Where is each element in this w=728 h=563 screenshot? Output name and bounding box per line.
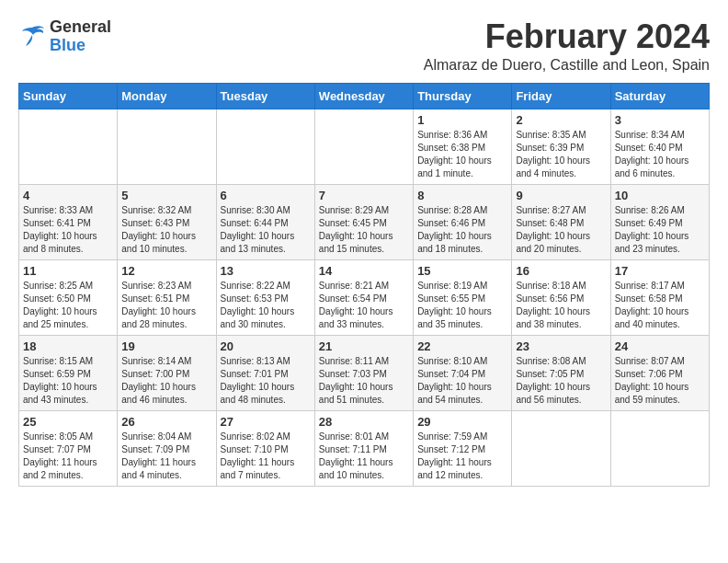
day-info: Sunrise: 8:22 AM Sunset: 6:53 PM Dayligh… [221, 280, 311, 331]
day-number: 20 [221, 339, 311, 353]
calendar-cell: 11Sunrise: 8:25 AM Sunset: 6:50 PM Dayli… [19, 259, 118, 335]
title-section: February 2024 Almaraz de Duero, Castille… [424, 18, 710, 74]
calendar-cell: 5Sunrise: 8:32 AM Sunset: 6:43 PM Daylig… [118, 184, 216, 259]
day-info: Sunrise: 8:19 AM Sunset: 6:55 PM Dayligh… [417, 280, 507, 331]
day-number: 15 [417, 264, 507, 278]
calendar-week-row: 11Sunrise: 8:25 AM Sunset: 6:50 PM Dayli… [19, 259, 710, 335]
day-number: 7 [319, 189, 409, 202]
day-info: Sunrise: 8:18 AM Sunset: 6:56 PM Dayligh… [516, 280, 606, 331]
day-info: Sunrise: 8:11 AM Sunset: 7:03 PM Dayligh… [319, 355, 409, 407]
day-number: 10 [615, 189, 705, 202]
day-number: 29 [417, 415, 507, 429]
calendar-cell: 23Sunrise: 8:08 AM Sunset: 7:05 PM Dayli… [512, 335, 610, 410]
calendar-day-header: Friday [512, 83, 610, 109]
day-number: 17 [615, 264, 705, 278]
calendar-cell: 10Sunrise: 8:26 AM Sunset: 6:49 PM Dayli… [610, 184, 709, 259]
calendar-cell: 27Sunrise: 8:02 AM Sunset: 7:10 PM Dayli… [216, 410, 314, 486]
calendar-cell: 2Sunrise: 8:35 AM Sunset: 6:39 PM Daylig… [512, 109, 610, 184]
day-number: 25 [23, 415, 113, 429]
day-info: Sunrise: 8:33 AM Sunset: 6:41 PM Dayligh… [23, 204, 113, 256]
calendar-week-row: 25Sunrise: 8:05 AM Sunset: 7:07 PM Dayli… [19, 410, 710, 486]
day-info: Sunrise: 8:28 AM Sunset: 6:46 PM Dayligh… [417, 204, 507, 256]
calendar-cell [512, 410, 610, 486]
calendar-cell [118, 109, 216, 184]
day-number: 26 [121, 415, 211, 429]
day-info: Sunrise: 8:04 AM Sunset: 7:09 PM Dayligh… [121, 431, 211, 482]
day-number: 27 [221, 415, 311, 429]
day-info: Sunrise: 8:35 AM Sunset: 6:39 PM Dayligh… [516, 129, 606, 180]
calendar-cell: 7Sunrise: 8:29 AM Sunset: 6:45 PM Daylig… [314, 184, 413, 259]
day-number: 2 [516, 113, 606, 127]
calendar-cell: 24Sunrise: 8:07 AM Sunset: 7:06 PM Dayli… [610, 335, 709, 410]
day-number: 22 [417, 339, 507, 353]
calendar-day-header: Saturday [610, 83, 709, 109]
calendar-cell: 22Sunrise: 8:10 AM Sunset: 7:04 PM Dayli… [414, 335, 512, 410]
day-info: Sunrise: 8:23 AM Sunset: 6:51 PM Dayligh… [121, 280, 211, 331]
day-number: 16 [516, 264, 606, 278]
calendar-cell: 12Sunrise: 8:23 AM Sunset: 6:51 PM Dayli… [118, 259, 216, 335]
calendar-cell: 29Sunrise: 7:59 AM Sunset: 7:12 PM Dayli… [414, 410, 512, 486]
day-number: 11 [23, 264, 113, 278]
day-number: 18 [23, 339, 113, 353]
calendar-cell: 17Sunrise: 8:17 AM Sunset: 6:58 PM Dayli… [610, 259, 709, 335]
day-info: Sunrise: 8:08 AM Sunset: 7:05 PM Dayligh… [516, 355, 606, 407]
day-number: 5 [121, 189, 211, 202]
day-number: 3 [615, 113, 705, 127]
calendar-cell: 20Sunrise: 8:13 AM Sunset: 7:01 PM Dayli… [216, 335, 314, 410]
calendar-week-row: 1Sunrise: 8:36 AM Sunset: 6:38 PM Daylig… [19, 109, 710, 184]
day-info: Sunrise: 8:01 AM Sunset: 7:11 PM Dayligh… [319, 431, 409, 482]
calendar-cell: 6Sunrise: 8:30 AM Sunset: 6:44 PM Daylig… [216, 184, 314, 259]
calendar-cell: 25Sunrise: 8:05 AM Sunset: 7:07 PM Dayli… [19, 410, 118, 486]
day-number: 19 [121, 339, 211, 353]
logo-bird-icon [18, 24, 46, 50]
calendar-cell: 26Sunrise: 8:04 AM Sunset: 7:09 PM Dayli… [118, 410, 216, 486]
calendar-day-header: Monday [118, 83, 216, 109]
day-info: Sunrise: 8:30 AM Sunset: 6:44 PM Dayligh… [221, 204, 311, 256]
logo-general-text: General [50, 17, 111, 36]
day-number: 9 [516, 189, 606, 202]
calendar-week-row: 4Sunrise: 8:33 AM Sunset: 6:41 PM Daylig… [19, 184, 710, 259]
day-info: Sunrise: 8:13 AM Sunset: 7:01 PM Dayligh… [221, 355, 311, 407]
location-subtitle: Almaraz de Duero, Castille and Leon, Spa… [424, 57, 710, 74]
calendar-cell: 15Sunrise: 8:19 AM Sunset: 6:55 PM Dayli… [414, 259, 512, 335]
calendar-cell [19, 109, 118, 184]
logo-blue-text: Blue [50, 36, 85, 54]
day-number: 23 [516, 339, 606, 353]
calendar-day-header: Wednesday [314, 83, 413, 109]
day-info: Sunrise: 8:07 AM Sunset: 7:06 PM Dayligh… [615, 355, 705, 407]
day-number: 13 [221, 264, 311, 278]
calendar-table: SundayMondayTuesdayWednesdayThursdayFrid… [18, 83, 710, 487]
day-info: Sunrise: 8:26 AM Sunset: 6:49 PM Dayligh… [615, 204, 705, 256]
day-info: Sunrise: 7:59 AM Sunset: 7:12 PM Dayligh… [417, 431, 507, 482]
calendar-cell [314, 109, 413, 184]
day-info: Sunrise: 8:15 AM Sunset: 6:59 PM Dayligh… [23, 355, 113, 407]
calendar-cell [216, 109, 314, 184]
calendar-day-header: Sunday [19, 83, 118, 109]
day-info: Sunrise: 8:27 AM Sunset: 6:48 PM Dayligh… [516, 204, 606, 256]
logo: General Blue [18, 18, 111, 55]
calendar-cell [610, 410, 709, 486]
calendar-cell: 13Sunrise: 8:22 AM Sunset: 6:53 PM Dayli… [216, 259, 314, 335]
day-number: 6 [221, 189, 311, 202]
day-info: Sunrise: 8:25 AM Sunset: 6:50 PM Dayligh… [23, 280, 113, 331]
day-info: Sunrise: 8:02 AM Sunset: 7:10 PM Dayligh… [221, 431, 311, 482]
header: General Blue February 2024 Almaraz de Du… [18, 18, 710, 74]
calendar-cell: 4Sunrise: 8:33 AM Sunset: 6:41 PM Daylig… [19, 184, 118, 259]
calendar-header-row: SundayMondayTuesdayWednesdayThursdayFrid… [19, 83, 710, 109]
day-info: Sunrise: 8:32 AM Sunset: 6:43 PM Dayligh… [121, 204, 211, 256]
calendar-cell: 21Sunrise: 8:11 AM Sunset: 7:03 PM Dayli… [314, 335, 413, 410]
month-year-title: February 2024 [424, 18, 710, 55]
calendar-cell: 8Sunrise: 8:28 AM Sunset: 6:46 PM Daylig… [414, 184, 512, 259]
calendar-cell: 9Sunrise: 8:27 AM Sunset: 6:48 PM Daylig… [512, 184, 610, 259]
day-info: Sunrise: 8:05 AM Sunset: 7:07 PM Dayligh… [23, 431, 113, 482]
day-number: 14 [319, 264, 409, 278]
day-number: 24 [615, 339, 705, 353]
calendar-cell: 18Sunrise: 8:15 AM Sunset: 6:59 PM Dayli… [19, 335, 118, 410]
day-number: 8 [417, 189, 507, 202]
calendar-cell: 16Sunrise: 8:18 AM Sunset: 6:56 PM Dayli… [512, 259, 610, 335]
day-info: Sunrise: 8:17 AM Sunset: 6:58 PM Dayligh… [615, 280, 705, 331]
calendar-cell: 1Sunrise: 8:36 AM Sunset: 6:38 PM Daylig… [414, 109, 512, 184]
day-number: 28 [319, 415, 409, 429]
day-info: Sunrise: 8:36 AM Sunset: 6:38 PM Dayligh… [417, 129, 507, 180]
day-number: 12 [121, 264, 211, 278]
